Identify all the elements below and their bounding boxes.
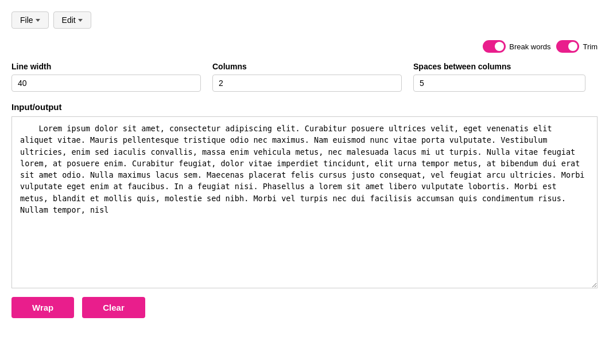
trim-track	[556, 40, 579, 53]
edit-menu-label: Edit	[62, 15, 76, 25]
spaces-group: Spaces between columns	[413, 62, 585, 92]
io-section-title: Input/output	[11, 102, 598, 112]
action-buttons: Wrap Clear	[11, 297, 598, 318]
break-words-track	[483, 40, 506, 53]
line-width-label: Line width	[11, 62, 201, 71]
trim-label: Trim	[583, 42, 598, 51]
edit-menu-button[interactable]: Edit	[53, 11, 91, 29]
file-menu-label: File	[20, 15, 33, 25]
file-menu-button[interactable]: File	[11, 11, 49, 29]
break-words-toggle[interactable]	[483, 40, 506, 53]
io-section: Input/output	[11, 102, 598, 290]
trim-toggle-group: Trim	[556, 40, 598, 53]
columns-group: Columns	[212, 62, 402, 92]
break-words-label: Break words	[509, 42, 550, 51]
toggles-area: Break words Trim	[11, 40, 598, 53]
break-words-toggle-group: Break words	[483, 40, 550, 53]
edit-chevron-icon	[78, 19, 83, 22]
line-width-input[interactable]	[11, 75, 201, 92]
spaces-input[interactable]	[413, 75, 585, 92]
trim-toggle[interactable]	[556, 40, 579, 53]
columns-input[interactable]	[212, 75, 402, 92]
line-width-group: Line width	[11, 62, 201, 92]
controls-row: Line width Columns Spaces between column…	[11, 62, 598, 92]
clear-button[interactable]: Clear	[82, 297, 145, 318]
columns-label: Columns	[212, 62, 402, 71]
spaces-label: Spaces between columns	[413, 62, 585, 71]
toolbar: File Edit	[11, 11, 598, 29]
io-textarea[interactable]	[11, 116, 598, 288]
wrap-button[interactable]: Wrap	[11, 297, 74, 318]
file-chevron-icon	[36, 19, 40, 22]
